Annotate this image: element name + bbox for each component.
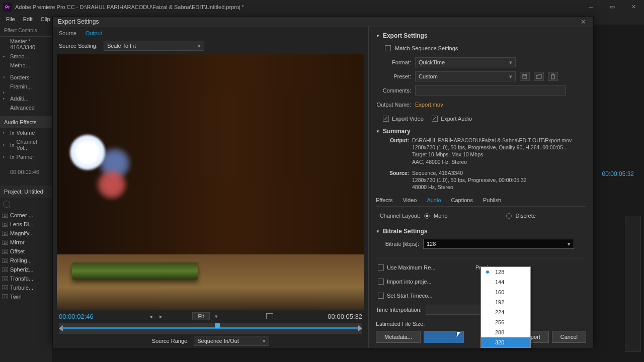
output-name-label: Output Name: [376,102,411,108]
tree-item[interactable]: ▸fx Volume [0,128,52,137]
export-audio-checkbox[interactable] [432,116,438,122]
bitrate-option-160[interactable]: 160 [481,287,530,297]
playhead[interactable] [215,323,220,328]
import-project-checkbox[interactable] [378,279,384,285]
comments-label: Comments: [376,87,411,94]
source-range-label: Source Range: [152,338,189,344]
save-preset-icon[interactable] [520,72,530,81]
list-item[interactable]: □Offset [0,247,52,256]
list-item[interactable]: □Mirror [0,238,52,247]
list-item[interactable]: □Rolling... [0,256,52,265]
export-video-checkbox[interactable] [383,116,389,122]
bitrate-option-144[interactable]: 144 [481,277,530,287]
tree-item[interactable]: Advanced [0,103,52,112]
source-scaling-dropdown[interactable]: Scale To Fit [104,41,204,51]
import-preset-icon[interactable] [534,72,544,81]
out-point-handle[interactable] [358,325,362,331]
project-header[interactable]: Project: Untitled [0,186,52,198]
tree-item[interactable]: Framin... [0,82,52,91]
set-start-tc-label: Set Start Timeco... [387,293,432,299]
cancel-button[interactable]: Cancel [552,331,586,343]
tab-source[interactable]: Source [59,30,76,36]
bitrate-option-256[interactable]: 256 [481,317,530,327]
preset-dropdown[interactable]: Custom [415,71,516,81]
preview-viewport[interactable] [57,54,364,310]
export-settings-twirl-icon[interactable]: ▼ [376,34,380,38]
export-settings-dialog: Export Settings ✕ Source Output Source S… [52,16,594,343]
format-dropdown[interactable]: QuickTime [415,57,516,67]
prev-frame-button[interactable]: ◂ [148,313,154,320]
discrete-radio[interactable] [506,213,512,219]
tree-item[interactable]: ▸fx Panner [0,152,52,161]
dialog-title: Export Settings [58,18,578,25]
fit-dropdown[interactable]: Fit [192,312,209,320]
bitrate-dropdown-list[interactable]: 128 144 160 192 224 256 288 320 [480,266,531,348]
bitrate-heading: Bitrate Settings [383,228,428,235]
maximize-button[interactable]: ▭ [602,0,623,14]
summary-heading: Summary [383,128,411,135]
summary-twirl-icon[interactable]: ▼ [376,129,380,134]
search-icon[interactable] [3,201,10,208]
match-sequence-label: Match Sequence Settings [395,45,458,51]
source-scaling-label: Source Scaling: [59,43,98,49]
list-item[interactable]: □Corner ... [0,211,52,220]
use-max-render-checkbox[interactable] [378,264,384,270]
mono-radio[interactable] [424,213,430,219]
comments-input[interactable] [415,85,566,96]
bitrate-dropdown[interactable]: 128 [423,239,574,249]
tree-item[interactable]: Metho... [0,61,52,70]
match-sequence-checkbox[interactable] [385,45,391,51]
menu-edit[interactable]: Edit [19,15,37,23]
menu-clip[interactable]: Clip [37,15,54,23]
tree-item[interactable]: ▸Smoo... [0,52,52,61]
tab-publish[interactable]: Publish [483,197,501,205]
master-clip[interactable]: Master * 416A3340 [0,37,52,52]
source-range-dropdown[interactable]: Sequence In/Out [194,336,269,346]
time-interp-label: Time Interpolation: [376,307,422,313]
export-settings-heading: Export Settings [383,32,428,39]
scrub-bar[interactable] [59,323,362,334]
tree-borders[interactable]: ▾Borders [0,73,52,82]
summary-output: Output:D:\RAHUL PARIHARACODU\Faizal & Sa… [412,137,586,165]
bitrate-option-320[interactable]: 320 [481,337,530,347]
next-frame-button[interactable]: ▸ [158,313,164,320]
crop-icon[interactable] [266,313,273,319]
timecode-left[interactable]: 00:00:02:46 [59,313,94,320]
tree-item[interactable]: ▸fx Channel Vol... [0,137,52,152]
channel-layout-label: Channel Layout: [376,213,420,219]
export-audio-label: Export Audio [441,116,472,122]
minimize-button[interactable]: ─ [581,0,602,14]
metadata-button[interactable]: Metadata... [376,331,421,343]
bitrate-option-288[interactable]: 288 [481,327,530,337]
menu-file[interactable]: File [2,15,19,23]
tab-captions[interactable]: Captions [451,197,473,205]
tree-item[interactable]: ▸Additi... [0,94,52,103]
timeline-timecode: 00:00:05:32 [602,170,634,177]
list-item[interactable]: □Spheriz... [0,265,52,274]
fit-chevron-icon[interactable]: ▾ [215,313,218,320]
bitrate-twirl-icon[interactable]: ▼ [376,229,380,234]
close-button[interactable]: ✕ [623,0,644,14]
bitrate-option-128[interactable]: 128 [481,267,530,277]
app-title: Adobe Premiere Pro CC - D:\RAHUL PARIHAR… [15,4,244,10]
tab-effects[interactable]: Effects [376,197,392,205]
tab-audio[interactable]: Audio [427,197,441,205]
list-item[interactable]: □Twirl [0,292,52,301]
list-item[interactable]: □Transfo... [0,274,52,283]
format-label: Format: [376,59,411,65]
tab-video[interactable]: Video [403,197,417,205]
tab-output[interactable]: Output [86,30,102,36]
bitrate-option-224[interactable]: 224 [481,307,530,317]
summary-source: Source:Sequence, 416A3340 644x362 (1.0)… [412,169,586,191]
timecode-right: 00:00:05:32 [328,313,362,320]
list-item[interactable]: □Magnify... [0,229,52,238]
list-item[interactable]: □Lens Di... [0,220,52,229]
output-name-link[interactable]: Export.mov [415,102,443,108]
delete-preset-icon[interactable] [548,72,558,81]
est-size-label: Estimated File Size: [376,321,425,327]
app-logo: Pr [3,3,12,12]
list-item[interactable]: □Turbule... [0,283,52,292]
set-start-tc-checkbox[interactable] [378,293,384,299]
bitrate-option-192[interactable]: 192 [481,297,530,307]
dialog-close-button[interactable]: ✕ [578,17,588,27]
